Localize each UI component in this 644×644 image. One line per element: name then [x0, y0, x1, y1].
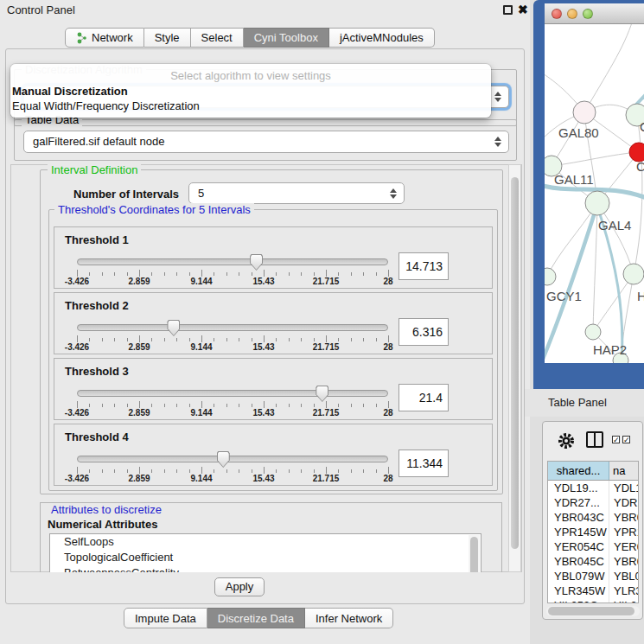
table-row[interactable]: YBR045CYBR0: [548, 554, 638, 569]
control-panel: Control Panel ✖ Network Style Select Cyn…: [0, 0, 530, 644]
gear-icon[interactable]: [557, 431, 576, 450]
table-data-combobox[interactable]: galFiltered.sif default node: [23, 131, 509, 153]
network-node[interactable]: [573, 101, 596, 124]
slider-ticks: [77, 270, 388, 277]
threshold-slider[interactable]: [77, 456, 388, 462]
cell: YLR345W: [548, 583, 609, 598]
top-tabbar: Network Style Select Cyni Toolbox jActiv…: [65, 28, 435, 48]
tab-label: jActiveMNodules: [340, 31, 424, 44]
tab-label: Cyni Toolbox: [254, 31, 318, 44]
threshold-panel-4: Threshold 4 -3.4262.8599.14415.4321.7152…: [54, 424, 493, 486]
table-row[interactable]: YBL079WYBL0: [548, 569, 638, 583]
combo-arrows-icon[interactable]: [494, 137, 501, 147]
number-of-intervals-combobox[interactable]: 5: [188, 182, 405, 204]
slider-thumb[interactable]: [167, 320, 180, 336]
network-node[interactable]: [623, 264, 644, 284]
threshold-slider[interactable]: [77, 390, 388, 397]
table-header-row: shared... na: [548, 462, 638, 481]
tab-jactivemnodules[interactable]: jActiveMNodules: [329, 28, 435, 48]
network-node[interactable]: [585, 191, 609, 215]
cell: YLR3: [609, 583, 638, 598]
horizontal-scrollbar[interactable]: [546, 606, 640, 616]
tab-label: Infer Network: [316, 612, 382, 625]
threshold-slider[interactable]: [77, 324, 388, 331]
scrollbar-thumb[interactable]: [548, 607, 634, 615]
table-row[interactable]: YIL052CYIL0: [548, 598, 638, 603]
slider-ticks: [77, 467, 388, 474]
bottom-tabbar: Impute Data Discretize Data Infer Networ…: [124, 608, 393, 628]
apply-button[interactable]: Apply: [214, 577, 265, 596]
network-canvas[interactable]: GAL80 GA C GAL11 GAL4 GCY1 H HAP2: [545, 24, 644, 363]
threshold-value-input[interactable]: [399, 384, 449, 411]
cell: YIL052C: [548, 598, 609, 603]
slider-thumb[interactable]: [250, 254, 263, 271]
slider-scale-labels: -3.4262.8599.14415.4321.71528: [77, 342, 388, 353]
node-label: C: [636, 159, 644, 174]
tab-infer-network[interactable]: Infer Network: [305, 608, 393, 628]
tab-impute-data[interactable]: Impute Data: [124, 608, 207, 628]
dropdown-hint: Select algorithm to view settings: [10, 64, 491, 82]
interval-definition-title: Interval Definition: [48, 163, 141, 176]
column-header-shared-name[interactable]: shared...: [548, 462, 609, 480]
table-panel: ✓ ✓ shared... na YDL19...YDL1 YDR27...YD…: [542, 421, 643, 620]
node-label: GAL4: [598, 218, 631, 233]
table-row[interactable]: YER054CYER0: [548, 539, 638, 554]
cell: YBR045C: [548, 554, 609, 569]
node-label: H: [637, 289, 644, 303]
threshold-value-input[interactable]: [399, 450, 449, 477]
combo-arrows-icon[interactable]: [494, 92, 501, 102]
list-item[interactable]: SelfLoops: [50, 534, 481, 550]
threshold-label: Threshold 3: [65, 365, 129, 378]
table-row[interactable]: YLR345WYLR3: [548, 583, 638, 598]
network-node[interactable]: [545, 268, 556, 285]
table-row[interactable]: YPR145WYPR1: [548, 525, 638, 539]
slider-scale-labels: -3.4262.8599.14415.4321.71528: [77, 277, 388, 287]
tab-select[interactable]: Select: [191, 28, 244, 48]
slider-scale-labels: -3.4262.8599.14415.4321.71528: [77, 474, 388, 484]
threshold-value-input[interactable]: [399, 252, 449, 280]
zoom-traffic-light-icon[interactable]: [583, 9, 593, 19]
slider-thumb[interactable]: [316, 386, 328, 402]
minimize-traffic-light-icon[interactable]: [567, 9, 577, 19]
close-traffic-light-icon[interactable]: [552, 9, 562, 19]
list-scrollbar[interactable]: [469, 535, 480, 572]
checkbox-icon[interactable]: ✓: [612, 436, 620, 443]
float-window-icon[interactable]: [503, 5, 513, 15]
column-header-name[interactable]: na: [609, 462, 638, 480]
cell: YDR2: [609, 495, 638, 510]
network-window-titlebar[interactable]: [545, 3, 644, 24]
dropdown-option-equal-width[interactable]: Equal Width/Frequency Discretization: [10, 99, 491, 113]
checkbox-icon[interactable]: ✓: [622, 436, 630, 443]
tab-style[interactable]: Style: [144, 28, 191, 48]
cell: YER0: [609, 539, 638, 554]
table-row[interactable]: YBR043CYBR0: [548, 510, 638, 525]
app-root: Control Panel ✖ Network Style Select Cyn…: [0, 0, 644, 644]
list-item[interactable]: TopologicalCoefficient: [50, 550, 481, 565]
threshold-value-input[interactable]: [399, 318, 449, 346]
table-row[interactable]: YDR27...YDR2: [548, 495, 638, 510]
network-node[interactable]: [585, 324, 601, 340]
scrollbar-thumb[interactable]: [511, 177, 519, 549]
node-label: HAP2: [593, 342, 627, 357]
vertical-scrollbar[interactable]: [508, 164, 521, 572]
node-label: GAL80: [558, 125, 599, 140]
scrollbar-thumb[interactable]: [470, 537, 478, 572]
list-item[interactable]: BetweennessCentrality: [50, 565, 481, 572]
cell: YBL0: [609, 569, 638, 583]
tab-cyni-toolbox[interactable]: Cyni Toolbox: [244, 28, 329, 48]
tab-discretize-data[interactable]: Discretize Data: [207, 608, 305, 628]
combo-arrows-icon[interactable]: [390, 188, 397, 199]
node-label: GA: [640, 119, 644, 134]
cell: YBR043C: [548, 510, 609, 525]
table-data-value: galFiltered.sif default node: [33, 135, 164, 148]
threshold-slider[interactable]: [77, 258, 388, 265]
dropdown-option-manual[interactable]: Manual Discretization: [10, 82, 491, 99]
threshold-label: Threshold 4: [65, 430, 129, 443]
node-table: shared... na YDL19...YDL1 YDR27...YDR2 Y…: [547, 461, 639, 603]
table-row[interactable]: YDL19...YDL1: [548, 481, 638, 495]
split-columns-icon[interactable]: [586, 431, 603, 448]
tab-network[interactable]: Network: [65, 28, 144, 48]
slider-thumb[interactable]: [217, 451, 230, 468]
close-icon[interactable]: ✖: [518, 3, 528, 16]
tab-label: Network: [92, 31, 133, 44]
